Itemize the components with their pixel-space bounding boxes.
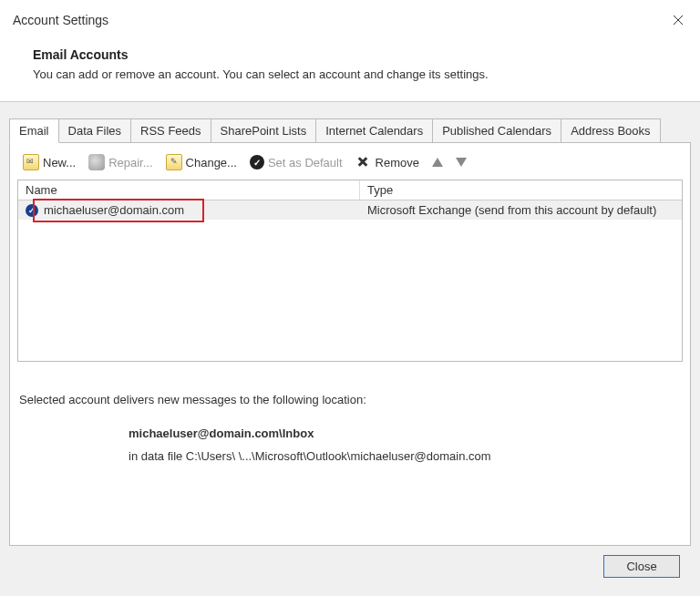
tab-published-calendars[interactable]: Published Calendars — [432, 118, 561, 142]
change-icon — [166, 154, 182, 170]
close-button[interactable]: Close — [603, 555, 680, 578]
row-type-cell: Microsoft Exchange (send from this accou… — [360, 200, 682, 220]
tab-sharepoint-lists[interactable]: SharePoint Lists — [211, 118, 317, 142]
remove-icon — [355, 154, 372, 170]
footer: Close — [9, 546, 691, 587]
remove-button[interactable]: Remove — [352, 152, 423, 172]
tab-rss-feeds[interactable]: RSS Feeds — [130, 118, 211, 142]
checkmark-circle-icon — [250, 155, 264, 170]
new-label: New... — [43, 156, 76, 170]
tabstrip: Email Data Files RSS Feeds SharePoint Li… — [9, 118, 691, 142]
accounts-listview: Name Type michaeluser@domain.com Microso… — [17, 180, 683, 362]
titlebar: Account Settings — [0, 0, 700, 38]
set-default-label: Set as Default — [268, 156, 343, 170]
account-settings-dialog: Account Settings Email Accounts You can … — [0, 0, 700, 596]
row-name-cell: michaeluser@domain.com — [18, 200, 360, 220]
row-name-text: michaeluser@domain.com — [44, 203, 184, 217]
new-button[interactable]: New... — [19, 152, 79, 172]
email-tab-panel: New... Repair... Change... Set as Defaul… — [9, 142, 691, 546]
arrow-up-icon — [432, 158, 443, 167]
column-header-type[interactable]: Type — [360, 180, 682, 200]
change-button[interactable]: Change... — [162, 152, 241, 172]
move-up-button[interactable] — [428, 156, 447, 169]
arrow-down-icon — [456, 158, 467, 167]
repair-icon — [88, 154, 105, 170]
tab-email[interactable]: Email — [9, 118, 59, 143]
body-section: Email Data Files RSS Feeds SharePoint Li… — [0, 102, 700, 596]
delivery-location-file: in data file C:\Users\ \...\Microsoft\Ou… — [129, 446, 681, 468]
change-label: Change... — [186, 156, 237, 170]
repair-label: Repair... — [108, 156, 152, 170]
tab-address-books[interactable]: Address Books — [561, 118, 660, 142]
move-down-button[interactable] — [452, 156, 470, 169]
header-description: You can add or remove an account. You ca… — [33, 67, 667, 81]
delivery-intro: Selected account delivers new messages t… — [19, 393, 681, 406]
default-account-icon — [26, 204, 38, 217]
new-icon — [23, 154, 39, 170]
window-title: Account Settings — [13, 13, 108, 27]
tab-data-files[interactable]: Data Files — [58, 118, 132, 142]
delivery-section: Selected account delivers new messages t… — [17, 393, 683, 468]
toolbar: New... Repair... Change... Set as Defaul… — [17, 149, 683, 180]
tab-internet-calendars[interactable]: Internet Calendars — [315, 118, 433, 142]
set-default-button[interactable]: Set as Default — [246, 153, 346, 171]
close-icon[interactable] — [667, 9, 689, 31]
delivery-location-bold: michaeluser@domain.com\Inbox — [129, 423, 681, 446]
column-header-name[interactable]: Name — [18, 180, 360, 200]
header-title: Email Accounts — [33, 47, 667, 62]
header-section: Email Accounts You can add or remove an … — [0, 38, 700, 101]
listview-header: Name Type — [18, 180, 682, 200]
repair-button[interactable]: Repair... — [85, 152, 156, 172]
remove-label: Remove — [376, 156, 419, 170]
delivery-location: michaeluser@domain.com\Inbox in data fil… — [19, 423, 681, 468]
table-row[interactable]: michaeluser@domain.com Microsoft Exchang… — [18, 200, 682, 220]
